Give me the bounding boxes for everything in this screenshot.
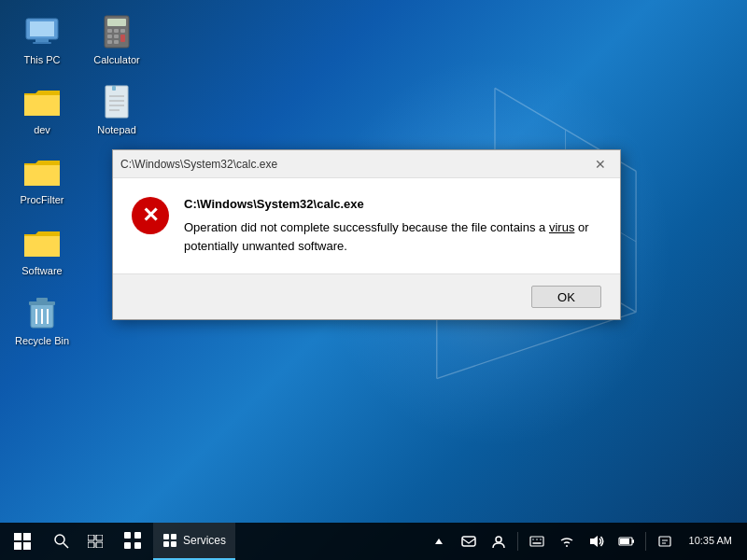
svg-rect-41	[88, 535, 94, 540]
svg-rect-51	[163, 541, 169, 547]
tray-keyboard-icon[interactable]	[524, 525, 550, 558]
desktop-icon-notepad[interactable]: Notepad	[84, 79, 149, 140]
svg-rect-45	[124, 532, 131, 539]
services-label: Services	[183, 534, 226, 547]
recycle-bin-icon	[23, 294, 61, 331]
tray-divider	[517, 532, 518, 551]
svg-rect-31	[36, 298, 48, 301]
tray-agent-icon[interactable]	[486, 525, 512, 558]
svg-rect-49	[163, 534, 169, 539]
desktop-icon-recycle-bin[interactable]: Recycle Bin	[9, 290, 75, 351]
software-folder-icon	[23, 224, 61, 261]
svg-rect-11	[35, 39, 49, 42]
dev-label: dev	[34, 124, 50, 136]
error-dialog: C:\Windows\System32\calc.exe ✕ ✕ C:\Wind…	[112, 149, 621, 320]
calculator-icon	[98, 13, 135, 50]
dialog-path: C:\Windows\System32\calc.exe	[184, 197, 601, 211]
search-button[interactable]	[45, 523, 78, 560]
svg-rect-24	[112, 86, 116, 91]
svg-rect-52	[171, 541, 176, 547]
svg-rect-21	[107, 40, 112, 44]
dialog-content: C:\Windows\System32\calc.exe Operation d…	[184, 197, 601, 255]
dialog-body: ✕ C:\Windows\System32\calc.exe Operation…	[113, 178, 620, 273]
svg-rect-16	[114, 29, 119, 33]
software-label: Software	[21, 265, 62, 277]
svg-rect-22	[114, 40, 119, 44]
tray-network-icon[interactable]	[554, 525, 580, 558]
svg-rect-10	[30, 21, 54, 36]
dialog-footer: OK	[113, 273, 620, 319]
taskbar-services-button[interactable]: Services	[153, 523, 235, 560]
svg-rect-17	[120, 29, 125, 33]
svg-line-40	[63, 543, 68, 548]
svg-rect-54	[462, 537, 475, 546]
svg-point-39	[55, 535, 64, 544]
svg-rect-42	[96, 535, 103, 540]
desktop-icon-this-pc[interactable]: This PC	[9, 9, 75, 70]
svg-rect-48	[134, 542, 141, 549]
svg-marker-61	[590, 536, 598, 547]
dialog-titlebar: C:\Windows\System32\calc.exe ✕	[113, 150, 620, 178]
calculator-label: Calculator	[93, 54, 140, 66]
tray-arrow-icon[interactable]	[426, 525, 452, 558]
dialog-close-button[interactable]: ✕	[588, 152, 613, 176]
svg-rect-19	[114, 35, 119, 38]
procfilter-label: ProcFilter	[20, 194, 63, 206]
dialog-title: C:\Windows\System32\calc.exe	[120, 158, 588, 171]
svg-rect-64	[632, 539, 634, 543]
svg-rect-56	[530, 537, 543, 546]
svg-rect-63	[620, 539, 629, 544]
message-highlight: virus	[549, 220, 574, 234]
svg-rect-43	[88, 542, 94, 548]
svg-rect-14	[107, 19, 126, 26]
tray-divider2	[645, 532, 646, 551]
message-text-1: Operation did not complete successfully …	[184, 220, 549, 234]
taskbar: Services	[0, 523, 747, 560]
system-clock[interactable]: 10:35 AM	[682, 523, 740, 560]
error-circle-icon: ✕	[132, 197, 169, 234]
desktop-icon-procfilter[interactable]: ProcFilter	[9, 149, 75, 210]
desktop: This PC	[0, 0, 747, 560]
svg-rect-20	[120, 35, 125, 42]
desktop-icon-software[interactable]: Software	[9, 220, 75, 281]
tray-volume-icon[interactable]	[584, 525, 610, 558]
svg-rect-18	[107, 35, 112, 38]
svg-rect-46	[134, 532, 141, 539]
svg-rect-38	[23, 542, 31, 550]
svg-rect-65	[659, 537, 670, 546]
tray-battery-icon[interactable]	[613, 525, 640, 558]
svg-point-55	[496, 537, 501, 542]
desktop-icon-dev[interactable]: dev	[9, 79, 75, 140]
task-view-button[interactable]	[78, 523, 112, 560]
taskbar-pinned-settings[interactable]	[112, 523, 153, 560]
svg-rect-15	[107, 29, 112, 33]
svg-rect-47	[124, 542, 131, 549]
this-pc-icon	[23, 13, 61, 50]
svg-rect-23	[106, 86, 128, 118]
svg-rect-44	[96, 542, 103, 548]
dev-folder-icon	[23, 83, 61, 120]
tray-message-icon[interactable]	[456, 525, 482, 558]
ok-button[interactable]: OK	[531, 286, 601, 308]
notepad-label: Notepad	[97, 124, 136, 136]
svg-rect-12	[33, 42, 51, 44]
svg-rect-37	[14, 542, 21, 550]
dialog-message: Operation did not complete successfully …	[184, 218, 601, 255]
system-tray: 10:35 AM	[418, 523, 747, 560]
svg-rect-35	[14, 533, 21, 540]
notepad-icon	[98, 83, 135, 120]
svg-line-8	[437, 312, 636, 378]
start-button[interactable]	[0, 523, 45, 560]
recycle-bin-label: Recycle Bin	[15, 335, 69, 347]
clock-time: 10:35 AM	[689, 534, 732, 548]
this-pc-label: This PC	[23, 54, 60, 66]
tray-notification-icon[interactable]	[652, 525, 678, 558]
error-icon: ✕	[132, 197, 169, 234]
svg-marker-53	[435, 539, 443, 544]
svg-rect-36	[23, 533, 31, 540]
procfilter-folder-icon	[23, 153, 61, 190]
svg-rect-50	[171, 534, 176, 539]
desktop-icon-calculator[interactable]: Calculator	[84, 9, 149, 70]
svg-rect-30	[29, 301, 55, 305]
